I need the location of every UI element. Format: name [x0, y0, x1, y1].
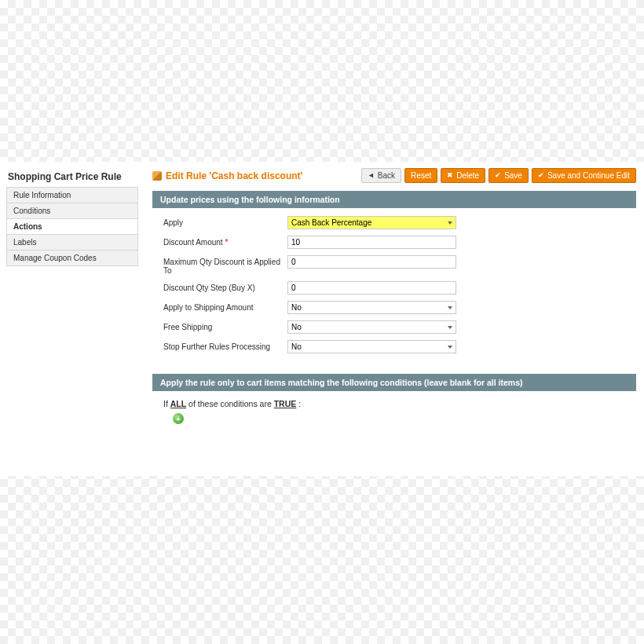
row-max-qty: Maximum Qty Discount is Applied To	[163, 255, 625, 275]
cond-all-toggle[interactable]: ALL	[170, 399, 186, 408]
save-continue-button[interactable]: ✔ Save and Continue Edit	[532, 168, 636, 183]
reset-button-label: Reset	[411, 171, 431, 180]
edit-icon	[152, 171, 162, 181]
label-stop-rules: Stop Further Rules Processing	[163, 340, 287, 351]
label-apply-shipping: Apply to Shipping Amount	[163, 301, 287, 312]
select-stop-rules[interactable]: No	[287, 340, 456, 353]
input-qty-step[interactable]	[287, 281, 456, 295]
input-max-qty[interactable]	[287, 255, 456, 269]
row-stop-rules: Stop Further Rules Processing No	[163, 340, 625, 353]
cond-prefix: If	[163, 399, 168, 408]
section-head-update-prices: Update prices using the following inform…	[152, 191, 636, 208]
select-apply-shipping[interactable]: No	[287, 301, 456, 314]
sidebar-title: Shopping Cart Price Rule	[6, 168, 138, 187]
sidebar-item-rule-information[interactable]: Rule Information	[6, 187, 138, 203]
cond-suffix: :	[298, 399, 301, 408]
select-apply[interactable]: Cash Back Percentage	[287, 216, 456, 229]
back-button-label: Back	[378, 171, 395, 180]
back-icon: ◄	[368, 172, 375, 179]
delete-icon: ✖	[447, 172, 453, 179]
input-discount-amount[interactable]	[287, 236, 456, 249]
row-apply: Apply Cash Back Percentage	[163, 216, 625, 229]
section-body-conditions: If ALL of these conditions are TRUE : +	[152, 391, 636, 432]
section-update-prices: Update prices using the following inform…	[152, 191, 636, 364]
label-max-qty: Maximum Qty Discount is Applied To	[163, 255, 287, 275]
delete-button[interactable]: ✖ Delete	[441, 168, 485, 183]
label-free-shipping: Free Shipping	[163, 320, 287, 331]
add-condition-icon[interactable]: +	[173, 413, 184, 424]
save-button-label: Save	[504, 171, 522, 180]
select-free-shipping[interactable]: No	[287, 320, 456, 334]
save-continue-icon: ✔	[538, 172, 544, 179]
cond-true-toggle[interactable]: TRUE	[274, 399, 297, 408]
delete-button-label: Delete	[456, 171, 479, 180]
save-icon: ✔	[495, 172, 501, 179]
sidebar-item-labels[interactable]: Labels	[6, 234, 138, 250]
required-asterisk: *	[225, 238, 228, 247]
back-button[interactable]: ◄ Back	[361, 168, 401, 183]
page-title: Edit Rule 'Cash back discount'	[152, 170, 302, 181]
label-apply: Apply	[163, 216, 287, 227]
row-apply-shipping: Apply to Shipping Amount No	[163, 301, 625, 314]
section-conditions: Apply the rule only to cart items matchi…	[152, 374, 636, 432]
section-head-conditions: Apply the rule only to cart items matchi…	[152, 374, 636, 391]
sidebar-item-manage-coupon-codes[interactable]: Manage Coupon Codes	[6, 250, 138, 266]
row-discount-amount: Discount Amount *	[163, 236, 625, 249]
topbar: Edit Rule 'Cash back discount' ◄ Back Re…	[152, 168, 636, 183]
save-button[interactable]: ✔ Save	[488, 168, 529, 183]
main-content: Edit Rule 'Cash back discount' ◄ Back Re…	[138, 162, 644, 468]
sidebar: Shopping Cart Price Rule Rule Informatio…	[0, 162, 138, 468]
save-continue-button-label: Save and Continue Edit	[547, 171, 630, 180]
button-bar: ◄ Back Reset ✖ Delete ✔ Save ✔ Save and …	[361, 168, 636, 183]
section-body-update-prices: Apply Cash Back Percentage Discount Amou…	[152, 208, 636, 364]
sidebar-item-conditions[interactable]: Conditions	[6, 203, 138, 218]
label-qty-step: Discount Qty Step (Buy X)	[163, 281, 287, 292]
row-free-shipping: Free Shipping No	[163, 320, 625, 334]
cond-mid: of these conditions are	[188, 399, 272, 408]
page-title-text: Edit Rule 'Cash back discount'	[166, 170, 302, 181]
condition-line: If ALL of these conditions are TRUE :	[163, 399, 625, 408]
sidebar-item-actions[interactable]: Actions	[6, 218, 138, 234]
reset-button[interactable]: Reset	[404, 168, 437, 183]
row-qty-step: Discount Qty Step (Buy X)	[163, 281, 625, 295]
label-discount-amount: Discount Amount *	[163, 236, 287, 247]
